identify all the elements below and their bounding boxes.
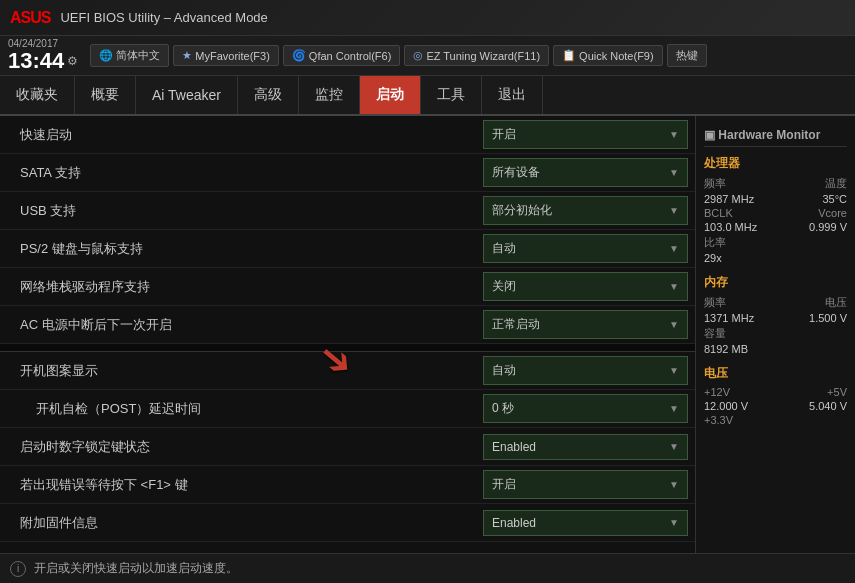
setting-label-ac-power: AC 电源中断后下一次开启: [0, 308, 475, 342]
memory-section-title: 内存: [704, 274, 847, 291]
qfan-button[interactable]: 🌀 Qfan Control(F6): [283, 45, 401, 66]
chevron-down-icon: ▼: [669, 319, 679, 330]
sidebar-row: 频率 电压: [704, 295, 847, 310]
asus-logo: ASUS: [10, 9, 50, 27]
nav-item-exit[interactable]: 退出: [482, 76, 543, 114]
mem-freq-value: 1371 MHz: [704, 312, 754, 324]
ez-tuning-button[interactable]: ◎ EZ Tuning Wizard(F11): [404, 45, 549, 66]
sidebar-row: 103.0 MHz 0.999 V: [704, 221, 847, 233]
sidebar-section-cpu: 处理器 频率 温度 2987 MHz 35°C BCLK Vcore 103.0…: [704, 155, 847, 264]
setting-value-sata: 所有设备 ▼: [475, 154, 695, 191]
mem-volt-value: 1.500 V: [809, 312, 847, 324]
voltage-section-title: 电压: [704, 365, 847, 382]
chevron-down-icon: ▼: [669, 365, 679, 376]
setting-value-network: 关闭 ▼: [475, 268, 695, 305]
select-usb[interactable]: 部分初始化 ▼: [483, 196, 688, 225]
cpu-freq-label: 频率: [704, 176, 726, 191]
cpu-freq-value: 2987 MHz: [704, 193, 754, 205]
language-icon: 🌐: [99, 49, 113, 62]
vcore-value: 0.999 V: [809, 221, 847, 233]
select-logo-text: 自动: [492, 362, 516, 379]
myfavorite-button[interactable]: ★ MyFavorite(F3): [173, 45, 279, 66]
setting-label-network: 网络堆栈驱动程序支持: [0, 270, 475, 304]
v12-label: +12V: [704, 386, 730, 398]
setting-label-usb: USB 支持: [0, 194, 475, 228]
table-row: 快速启动 开启 ▼: [0, 116, 695, 154]
setting-value-ps2: 自动 ▼: [475, 230, 695, 267]
titlebar: ASUS UEFI BIOS Utility – Advanced Mode: [0, 0, 855, 36]
setting-label-sata: SATA 支持: [0, 156, 475, 190]
select-post-delay[interactable]: 0 秒 ▼: [483, 394, 688, 423]
select-post-delay-text: 0 秒: [492, 400, 514, 417]
setting-value-post-delay: 0 秒 ▼: [475, 390, 695, 427]
select-ps2[interactable]: 自动 ▼: [483, 234, 688, 263]
divider-row: [0, 344, 695, 352]
mem-cap-value: 8192 MB: [704, 343, 748, 355]
select-fast-boot[interactable]: 开启 ▼: [483, 120, 688, 149]
select-firmware[interactable]: Enabled ▼: [483, 510, 688, 536]
hotkey-button[interactable]: 热键: [667, 44, 707, 67]
v33-label: +3.3V: [704, 414, 733, 426]
chevron-down-icon: ▼: [669, 403, 679, 414]
sidebar-row: 29x: [704, 252, 847, 264]
cpu-section-title: 处理器: [704, 155, 847, 172]
nav-item-tools[interactable]: 工具: [421, 76, 482, 114]
nav-item-boot[interactable]: 启动: [360, 76, 421, 114]
nav-tools-label: 工具: [437, 86, 465, 104]
table-row: 网络堆栈驱动程序支持 关闭 ▼: [0, 268, 695, 306]
select-network[interactable]: 关闭 ▼: [483, 272, 688, 301]
chevron-down-icon: ▼: [669, 281, 679, 292]
select-network-text: 关闭: [492, 278, 516, 295]
vcore-label: Vcore: [818, 207, 847, 219]
quick-note-button[interactable]: 📋 Quick Note(F9): [553, 45, 663, 66]
table-row: 若出现错误等待按下 <F1> 键 开启 ▼: [0, 466, 695, 504]
nav-ai-label: Ai Tweaker: [152, 87, 221, 103]
select-ac-power[interactable]: 正常启动 ▼: [483, 310, 688, 339]
sidebar-title-text: Hardware Monitor: [718, 128, 820, 142]
nav-item-overview[interactable]: 概要: [75, 76, 136, 114]
settings-gear-icon[interactable]: ⚙: [67, 54, 78, 68]
chevron-down-icon: ▼: [669, 243, 679, 254]
bclk-value: 103.0 MHz: [704, 221, 757, 233]
statusbar: i 开启或关闭快速启动以加速启动速度。: [0, 553, 855, 583]
select-numlock[interactable]: Enabled ▼: [483, 434, 688, 460]
setting-label-post-delay: 开机自检（POST）延迟时间: [0, 392, 475, 426]
setting-label-firmware: 附加固件信息: [0, 506, 475, 540]
select-sata-text: 所有设备: [492, 164, 540, 181]
v5-value: 5.040 V: [809, 400, 847, 412]
sidebar-row: 8192 MB: [704, 343, 847, 355]
fan-icon: 🌀: [292, 49, 306, 62]
ez-tuning-label: EZ Tuning Wizard(F11): [426, 50, 540, 62]
select-numlock-text: Enabled: [492, 440, 536, 454]
myfavorite-label: MyFavorite(F3): [195, 50, 270, 62]
sidebar: ▣ Hardware Monitor 处理器 频率 温度 2987 MHz 35…: [695, 116, 855, 553]
sidebar-row: 容量: [704, 326, 847, 341]
table-row: 开机自检（POST）延迟时间 0 秒 ▼: [0, 390, 695, 428]
language-button[interactable]: 🌐 简体中文: [90, 44, 169, 67]
setting-label-logo: 开机图案显示: [0, 354, 475, 388]
sidebar-section-memory: 内存 频率 电压 1371 MHz 1.500 V 容量 8192 MB: [704, 274, 847, 355]
sidebar-row: +3.3V: [704, 414, 847, 426]
nav-item-ai-tweaker[interactable]: Ai Tweaker: [136, 76, 238, 114]
select-f1-wait-text: 开启: [492, 476, 516, 493]
sidebar-section-voltage: 电压 +12V +5V 12.000 V 5.040 V +3.3V: [704, 365, 847, 426]
select-firmware-text: Enabled: [492, 516, 536, 530]
setting-label-fast-boot: 快速启动: [0, 118, 475, 152]
nav-boot-label: 启动: [376, 86, 404, 104]
statusbar-text: 开启或关闭快速启动以加速启动速度。: [34, 560, 238, 577]
favorite-icon: ★: [182, 49, 192, 62]
nav-item-monitor[interactable]: 监控: [299, 76, 360, 114]
select-sata[interactable]: 所有设备 ▼: [483, 158, 688, 187]
tuning-icon: ◎: [413, 49, 423, 62]
quick-note-label: Quick Note(F9): [579, 50, 654, 62]
nav-item-favorites[interactable]: 收藏夹: [0, 76, 75, 114]
select-f1-wait[interactable]: 开启 ▼: [483, 470, 688, 499]
select-logo[interactable]: 自动 ▼: [483, 356, 688, 385]
nav-item-advanced[interactable]: 高级: [238, 76, 299, 114]
table-row: USB 支持 部分初始化 ▼: [0, 192, 695, 230]
settings-table: 快速启动 开启 ▼ SATA 支持 所有设备 ▼ U: [0, 116, 695, 542]
setting-value-fast-boot: 开启 ▼: [475, 116, 695, 153]
chevron-down-icon: ▼: [669, 205, 679, 216]
ratio-label: 比率: [704, 235, 726, 250]
select-fast-boot-text: 开启: [492, 126, 516, 143]
